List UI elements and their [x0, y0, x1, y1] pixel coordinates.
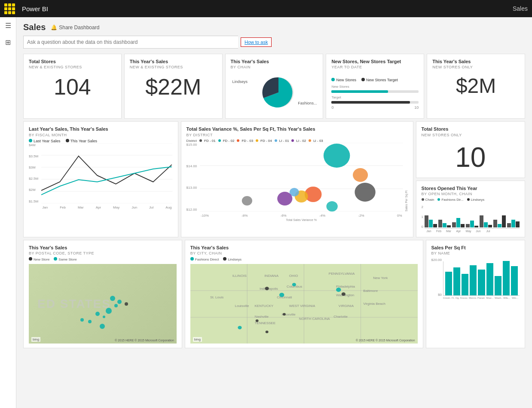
x-apr: Apr — [96, 206, 101, 209]
tile-last-year-sales[interactable]: Last Year's Sales, This Year's Sales BY … — [23, 121, 178, 237]
svg-point-49 — [279, 293, 284, 297]
tile-postal-title: This Year's Sales — [29, 245, 177, 251]
bar-washington — [495, 276, 501, 295]
so-bars-container: Jan Feb Mar Apr May Jun Jul — [425, 205, 520, 233]
svg-text:VIRGINIA: VIRGINIA — [339, 304, 354, 308]
ssf-bars — [443, 261, 520, 296]
ssf-y-axis: $20.00 $0 — [431, 258, 442, 297]
bar-sharon — [486, 263, 493, 295]
x-jul: Jul — [149, 206, 153, 209]
x-may: May — [113, 206, 119, 209]
x-jun: Jun — [131, 206, 137, 209]
legend-new-stores: New Stores — [331, 78, 356, 82]
tile-tyn-subtitle: NEW STORES ONLY — [432, 65, 520, 69]
tsv-legend: District FD - 01 FD - 02 FD - 03 FD - 04… — [187, 139, 408, 143]
city-legend: Fashions Direct Lindseys — [190, 257, 418, 261]
so-mar — [452, 218, 465, 227]
svg-text:PENNSYLVANIA: PENNSYLVANIA — [329, 272, 355, 276]
so-legend-chain: Chain — [422, 198, 434, 202]
tile-tys-ne-title: This Year's Sales — [130, 58, 217, 64]
x-feb: Feb — [60, 206, 66, 209]
waffle-icon[interactable] — [4, 3, 15, 14]
share-dashboard-button[interactable]: 🔔 Share Dashboard — [51, 25, 99, 31]
nst-bar-target — [331, 101, 419, 104]
svg-point-52 — [336, 288, 341, 292]
so-jan — [425, 215, 437, 227]
legend-target-stores: New Stores Target — [361, 78, 398, 82]
svg-point-18 — [242, 196, 252, 206]
svg-point-19 — [327, 201, 338, 212]
tile-total-stores-subtitle: NEW & EXISTING STORES — [29, 65, 116, 69]
svg-point-51 — [265, 287, 269, 290]
ssf-y-bottom: $0 — [438, 293, 442, 297]
tile-tsn-subtitle: NEW STORES ONLY — [422, 133, 520, 137]
so-legend-lindseys: Lindseys — [467, 198, 485, 202]
nst-legend: New Stores New Stores Target — [331, 78, 419, 82]
tile-this-year-sales-ne[interactable]: This Year's Sales NEW & EXISTING STORES … — [124, 54, 223, 119]
tile-nst-subtitle: YEAR TO DATE — [331, 65, 419, 69]
qa-input[interactable] — [23, 36, 238, 49]
tile-so-subtitle: BY OPEN MONTH, CHAIN — [422, 192, 520, 196]
legend-fd01: FD - 01 — [199, 139, 216, 143]
y-label-2m: $2M — [29, 188, 38, 192]
y-label-35m: $3.5M — [29, 154, 38, 158]
map-postal-code: ED STATES bing © 2015 HERE © 2015 Micros… — [29, 264, 177, 344]
legend-new-store: New Store — [29, 257, 49, 261]
how-to-ask-button[interactable]: How to ask — [241, 37, 272, 47]
y-label-4m: $4M — [29, 143, 38, 147]
tile-city-subtitle: BY CITY, CHAIN — [190, 251, 418, 255]
svg-text:Virginia Beach: Virginia Beach — [363, 302, 385, 306]
tile-tsv-title: Total Sales Variance %, Sales Per Sq Ft,… — [187, 126, 408, 132]
grid-icon[interactable]: ⊞ — [5, 38, 11, 46]
tile-total-stores[interactable]: Total Stores NEW & EXISTING STORES 104 — [23, 54, 122, 119]
legend-li01: LI - 01 — [275, 139, 289, 143]
tile-stores-opened[interactable]: Stores Opened This Year BY OPEN MONTH, C… — [416, 181, 525, 237]
svg-point-56 — [238, 326, 242, 329]
tile-tsn-value: 10 — [422, 141, 520, 173]
legend-li02: LI - 02 — [291, 139, 306, 143]
bar-knoxville — [462, 274, 468, 295]
svg-point-17 — [277, 192, 292, 206]
tile-this-year-sales-chain[interactable]: This Year's Sales BY CHAIN Lindseys Fash… — [225, 54, 324, 119]
tile-tyn-value: $2M — [432, 74, 520, 98]
tile-tys-ne-subtitle: NEW & EXISTING STORES — [130, 65, 217, 69]
page-title-nav: Sales — [513, 5, 528, 12]
tile-total-sales-variance[interactable]: Total Sales Variance %, Sales Per Sq Ft,… — [181, 121, 413, 237]
postal-legend: New Store Same Store — [29, 257, 177, 261]
tile-city-title: This Year's Sales — [190, 245, 418, 251]
svg-point-13 — [353, 168, 368, 182]
svg-text:OHIO: OHIO — [289, 274, 298, 278]
tile-tyn-title: This Year's Sales — [432, 58, 520, 64]
bar-cincinnati — [445, 272, 452, 295]
dashboard-header: Sales 🔔 Share Dashboard — [23, 22, 525, 32]
tile-new-stores-target[interactable]: New Stores, New Stores Target YEAR TO DA… — [326, 54, 424, 119]
x-aug: Aug — [165, 206, 171, 209]
tiles-row-2: Last Year's Sales, This Year's Sales BY … — [23, 121, 525, 237]
tiles-row-1: Total Stores NEW & EXISTING STORES 104 T… — [23, 54, 525, 119]
tile-postal-subtitle: BY POSTAL CODE, STORE TYPE — [29, 251, 177, 255]
svg-point-54 — [283, 313, 286, 316]
tsv-y-title: Sales Per Sq Ft — [405, 143, 408, 212]
bar-winchester — [511, 266, 518, 295]
svg-point-57 — [266, 331, 269, 333]
tile-this-year-city[interactable]: This Year's Sales BY CITY, CHAIN Fashion… — [185, 240, 423, 348]
tile-sales-sqft[interactable]: Sales Per Sq Ft BY NAME $20.00 $0 — [426, 240, 525, 348]
tsv-chart-container: $15.00 $14.00 $13.00 $12.00 — [187, 143, 408, 221]
tile-this-year-postal[interactable]: This Year's Sales BY POSTAL CODE, STORE … — [23, 240, 182, 348]
ssf-chart-container: $20.00 $0 — [431, 258, 520, 299]
tile-total-stores-new[interactable]: Total Stores NEW STORES ONLY 10 — [416, 121, 525, 178]
tsv-scatter-area: -10% -8% -6% -4% -2% 0% Total Sales Vari… — [200, 143, 403, 221]
bar-monroe — [470, 265, 477, 295]
tile-this-year-new[interactable]: This Year's Sales NEW STORES ONLY $2M — [427, 54, 525, 119]
hamburger-icon[interactable]: ☰ — [5, 21, 11, 30]
legend-lindseys-city: Lindseys — [223, 257, 242, 261]
dashboard-title: Sales — [23, 22, 46, 32]
qa-bar: How to ask — [23, 36, 525, 49]
tile-tys-chain-title: This Year's Sales — [231, 58, 318, 64]
map-city-chain: ILLINOIS INDIANA OHIO PENNSYLVANIA New Y… — [190, 264, 418, 344]
bar-wilson — [503, 261, 510, 295]
svg-text:Charlotte: Charlotte — [333, 315, 348, 319]
legend-this-year: This Year Sales — [66, 139, 98, 143]
bell-icon: 🔔 — [51, 25, 57, 31]
tiles-row-3: This Year's Sales BY POSTAL CODE, STORE … — [23, 240, 525, 348]
